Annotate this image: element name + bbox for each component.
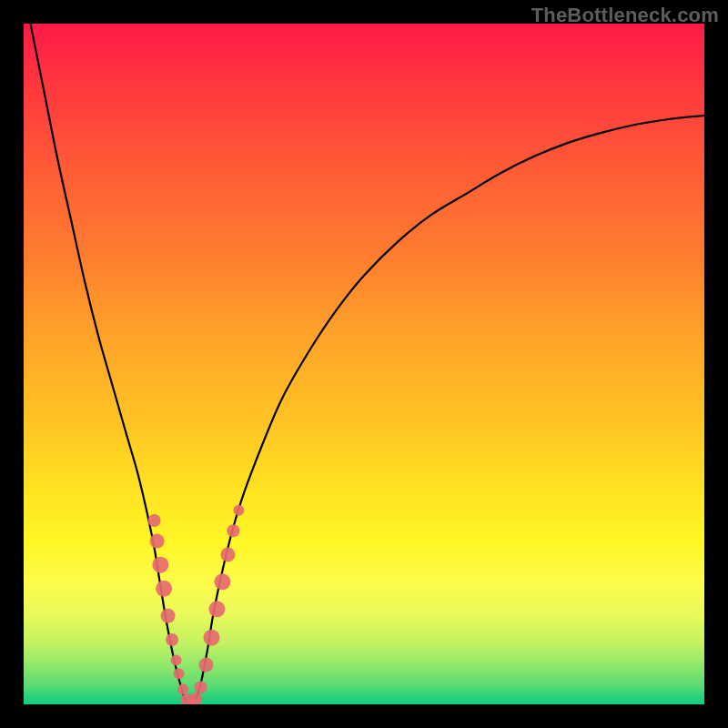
curve-group	[30, 24, 704, 704]
data-marker	[161, 609, 176, 623]
data-marker	[203, 630, 219, 646]
data-marker	[194, 681, 207, 693]
marker-group	[148, 505, 245, 704]
data-marker	[148, 514, 161, 527]
bottleneck-curve	[30, 24, 704, 704]
data-marker	[152, 557, 168, 573]
data-marker	[220, 547, 235, 561]
data-marker	[233, 505, 244, 516]
data-marker	[174, 668, 185, 679]
data-marker	[227, 524, 239, 537]
data-marker	[214, 573, 230, 590]
watermark-text: TheBottleneck.com	[531, 4, 719, 27]
data-marker	[208, 601, 225, 617]
curve-svg	[24, 24, 704, 704]
data-marker	[189, 693, 202, 704]
data-marker	[156, 581, 172, 597]
data-marker	[177, 684, 188, 695]
data-marker	[166, 633, 178, 646]
data-marker	[150, 533, 165, 548]
data-marker	[198, 658, 213, 672]
data-marker	[171, 654, 182, 665]
chart-frame: TheBottleneck.com	[0, 0, 728, 728]
plot-area	[24, 24, 704, 704]
